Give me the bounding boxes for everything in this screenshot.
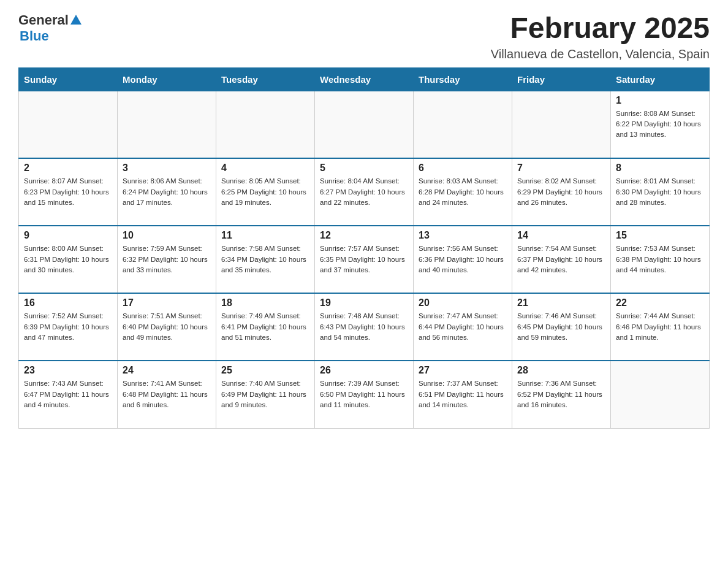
location-title: Villanueva de Castellon, Valencia, Spain xyxy=(491,47,710,61)
day-info: Sunrise: 7:48 AM Sunset: 6:43 PM Dayligh… xyxy=(320,311,408,343)
column-header-sunday: Sunday xyxy=(19,67,118,91)
calendar-cell: 14Sunrise: 7:54 AM Sunset: 6:37 PM Dayli… xyxy=(512,226,611,293)
month-title: February 2025 xyxy=(491,12,710,45)
day-info: Sunrise: 7:51 AM Sunset: 6:40 PM Dayligh… xyxy=(123,311,211,343)
calendar-cell: 2Sunrise: 8:07 AM Sunset: 6:23 PM Daylig… xyxy=(19,158,118,226)
title-section: February 2025 Villanueva de Castellon, V… xyxy=(491,12,710,61)
day-number: 4 xyxy=(221,163,309,174)
calendar-cell: 28Sunrise: 7:36 AM Sunset: 6:52 PM Dayli… xyxy=(512,361,611,428)
calendar-cell: 13Sunrise: 7:56 AM Sunset: 6:36 PM Dayli… xyxy=(414,226,512,293)
logo: General Blue xyxy=(18,12,82,44)
calendar-cell: 20Sunrise: 7:47 AM Sunset: 6:44 PM Dayli… xyxy=(414,293,512,361)
day-number: 17 xyxy=(123,297,211,308)
day-number: 5 xyxy=(320,163,408,174)
logo-triangle-icon xyxy=(70,15,82,25)
calendar-week-row: 1Sunrise: 8:08 AM Sunset: 6:22 PM Daylig… xyxy=(19,91,710,158)
day-info: Sunrise: 8:03 AM Sunset: 6:28 PM Dayligh… xyxy=(419,176,507,208)
day-number: 27 xyxy=(419,365,507,376)
day-number: 15 xyxy=(616,230,704,241)
calendar-cell: 22Sunrise: 7:44 AM Sunset: 6:46 PM Dayli… xyxy=(611,293,710,361)
day-number: 11 xyxy=(221,230,309,241)
logo-general: General xyxy=(18,12,69,28)
calendar-cell xyxy=(512,91,611,158)
day-info: Sunrise: 7:59 AM Sunset: 6:32 PM Dayligh… xyxy=(123,243,211,275)
column-header-thursday: Thursday xyxy=(414,67,512,91)
day-info: Sunrise: 8:08 AM Sunset: 6:22 PM Dayligh… xyxy=(616,109,704,140)
day-number: 1 xyxy=(616,95,704,106)
day-info: Sunrise: 8:05 AM Sunset: 6:25 PM Dayligh… xyxy=(221,176,309,208)
calendar-week-row: 23Sunrise: 7:43 AM Sunset: 6:47 PM Dayli… xyxy=(19,361,710,428)
day-number: 2 xyxy=(24,163,112,174)
calendar-cell: 6Sunrise: 8:03 AM Sunset: 6:28 PM Daylig… xyxy=(414,158,512,226)
day-info: Sunrise: 8:06 AM Sunset: 6:24 PM Dayligh… xyxy=(123,176,211,208)
calendar-week-row: 9Sunrise: 8:00 AM Sunset: 6:31 PM Daylig… xyxy=(19,226,710,293)
day-number: 8 xyxy=(616,163,704,174)
day-number: 24 xyxy=(123,365,211,376)
day-number: 21 xyxy=(517,297,605,308)
day-number: 7 xyxy=(517,163,605,174)
calendar-cell xyxy=(414,91,512,158)
calendar-cell: 9Sunrise: 8:00 AM Sunset: 6:31 PM Daylig… xyxy=(19,226,118,293)
day-number: 10 xyxy=(123,230,211,241)
calendar-cell: 19Sunrise: 7:48 AM Sunset: 6:43 PM Dayli… xyxy=(315,293,414,361)
day-number: 3 xyxy=(123,163,211,174)
calendar-table: SundayMondayTuesdayWednesdayThursdayFrid… xyxy=(18,67,710,429)
day-info: Sunrise: 7:49 AM Sunset: 6:41 PM Dayligh… xyxy=(221,311,309,343)
day-info: Sunrise: 8:00 AM Sunset: 6:31 PM Dayligh… xyxy=(24,243,112,275)
day-info: Sunrise: 7:37 AM Sunset: 6:51 PM Dayligh… xyxy=(419,378,507,410)
calendar-cell xyxy=(216,91,315,158)
day-number: 13 xyxy=(419,230,507,241)
logo-blue: Blue xyxy=(20,28,49,44)
calendar-cell xyxy=(611,361,710,428)
day-number: 25 xyxy=(221,365,309,376)
calendar-cell: 18Sunrise: 7:49 AM Sunset: 6:41 PM Dayli… xyxy=(216,293,315,361)
day-number: 22 xyxy=(616,297,704,308)
column-header-wednesday: Wednesday xyxy=(315,67,414,91)
column-header-tuesday: Tuesday xyxy=(216,67,315,91)
column-header-monday: Monday xyxy=(118,67,216,91)
day-info: Sunrise: 7:47 AM Sunset: 6:44 PM Dayligh… xyxy=(419,311,507,343)
calendar-cell: 25Sunrise: 7:40 AM Sunset: 6:49 PM Dayli… xyxy=(216,361,315,428)
day-info: Sunrise: 8:01 AM Sunset: 6:30 PM Dayligh… xyxy=(616,176,704,208)
day-number: 16 xyxy=(24,297,112,308)
day-info: Sunrise: 7:58 AM Sunset: 6:34 PM Dayligh… xyxy=(221,243,309,275)
calendar-cell xyxy=(118,91,216,158)
calendar-cell: 12Sunrise: 7:57 AM Sunset: 6:35 PM Dayli… xyxy=(315,226,414,293)
day-info: Sunrise: 7:53 AM Sunset: 6:38 PM Dayligh… xyxy=(616,243,704,275)
calendar-cell: 15Sunrise: 7:53 AM Sunset: 6:38 PM Dayli… xyxy=(611,226,710,293)
calendar-cell: 3Sunrise: 8:06 AM Sunset: 6:24 PM Daylig… xyxy=(118,158,216,226)
day-info: Sunrise: 7:57 AM Sunset: 6:35 PM Dayligh… xyxy=(320,243,408,275)
calendar-cell xyxy=(19,91,118,158)
day-number: 18 xyxy=(221,297,309,308)
day-number: 14 xyxy=(517,230,605,241)
column-header-friday: Friday xyxy=(512,67,611,91)
calendar-cell: 10Sunrise: 7:59 AM Sunset: 6:32 PM Dayli… xyxy=(118,226,216,293)
day-number: 20 xyxy=(419,297,507,308)
calendar-cell: 27Sunrise: 7:37 AM Sunset: 6:51 PM Dayli… xyxy=(414,361,512,428)
day-info: Sunrise: 7:43 AM Sunset: 6:47 PM Dayligh… xyxy=(24,378,112,410)
calendar-cell: 11Sunrise: 7:58 AM Sunset: 6:34 PM Dayli… xyxy=(216,226,315,293)
calendar-cell: 23Sunrise: 7:43 AM Sunset: 6:47 PM Dayli… xyxy=(19,361,118,428)
day-info: Sunrise: 8:07 AM Sunset: 6:23 PM Dayligh… xyxy=(24,176,112,208)
day-info: Sunrise: 7:40 AM Sunset: 6:49 PM Dayligh… xyxy=(221,378,309,410)
calendar-cell: 7Sunrise: 8:02 AM Sunset: 6:29 PM Daylig… xyxy=(512,158,611,226)
day-number: 19 xyxy=(320,297,408,308)
day-info: Sunrise: 7:52 AM Sunset: 6:39 PM Dayligh… xyxy=(24,311,112,343)
day-number: 23 xyxy=(24,365,112,376)
calendar-cell: 5Sunrise: 8:04 AM Sunset: 6:27 PM Daylig… xyxy=(315,158,414,226)
calendar-cell: 4Sunrise: 8:05 AM Sunset: 6:25 PM Daylig… xyxy=(216,158,315,226)
day-number: 6 xyxy=(419,163,507,174)
day-info: Sunrise: 7:39 AM Sunset: 6:50 PM Dayligh… xyxy=(320,378,408,410)
day-info: Sunrise: 7:44 AM Sunset: 6:46 PM Dayligh… xyxy=(616,311,704,343)
column-header-saturday: Saturday xyxy=(611,67,710,91)
page-header: General Blue February 2025 Villanueva de… xyxy=(18,12,710,61)
day-info: Sunrise: 7:54 AM Sunset: 6:37 PM Dayligh… xyxy=(517,243,605,275)
calendar-cell: 1Sunrise: 8:08 AM Sunset: 6:22 PM Daylig… xyxy=(611,91,710,158)
calendar-cell: 8Sunrise: 8:01 AM Sunset: 6:30 PM Daylig… xyxy=(611,158,710,226)
calendar-cell: 17Sunrise: 7:51 AM Sunset: 6:40 PM Dayli… xyxy=(118,293,216,361)
day-number: 9 xyxy=(24,230,112,241)
day-number: 26 xyxy=(320,365,408,376)
day-info: Sunrise: 7:46 AM Sunset: 6:45 PM Dayligh… xyxy=(517,311,605,343)
calendar-cell: 24Sunrise: 7:41 AM Sunset: 6:48 PM Dayli… xyxy=(118,361,216,428)
calendar-cell: 26Sunrise: 7:39 AM Sunset: 6:50 PM Dayli… xyxy=(315,361,414,428)
